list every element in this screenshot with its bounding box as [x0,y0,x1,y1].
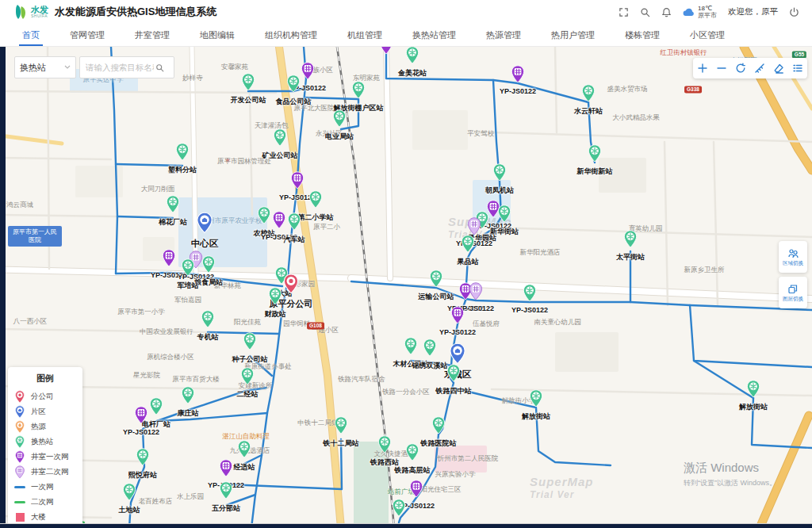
legend-item: 井室一次网 [14,450,76,465]
legend-line-icon [14,501,25,503]
station-pin-icon [393,499,406,520]
marker-label: YP-JS0122 [439,328,476,336]
nav-tab-6[interactable]: 机组管理 [347,24,382,46]
chevron-down-icon [64,65,71,70]
marker-label: 第二小学站 [298,212,334,223]
legend-building-icon [14,513,25,522]
legend-title: 图例 [14,373,76,385]
basemap-label: 鸿云商城 [6,201,33,210]
clear-icon[interactable] [773,63,784,74]
zoom-in-icon[interactable] [697,63,708,74]
search-input[interactable] [84,62,155,73]
nav-tab-8[interactable]: 热源管理 [486,24,521,46]
zoom-out-icon[interactable] [716,63,727,74]
station-pin-icon [288,212,301,234]
well1-pin-icon [301,62,315,83]
well1-pin-icon [410,480,423,501]
basemap-label: 盛美水贸市场 [607,85,648,94]
basemap-label: 阳光佳苑 [234,318,261,327]
marker-label: 水云轩站 [574,106,603,117]
station-pin-icon [220,481,233,503]
map-area-block [412,110,468,150]
people-icon [787,247,799,259]
station-pin-icon [242,73,255,94]
map-area-block [555,332,619,372]
station-pin-icon [406,47,419,67]
branch-pin-icon [284,274,299,297]
station-pin-icon [243,332,257,354]
basemap-label: 忻州市第二人民医院 [438,454,499,464]
station-pin-icon [182,386,195,407]
weather-widget: 18℃ 原平市 [683,5,717,19]
map-legend: 图例 分公司片区热源换热站井室一次网井室二次网一次网二次网大楼 [8,367,82,528]
well1-pin-icon [380,47,393,58]
reset-icon[interactable] [735,63,746,74]
station-pin-icon [150,397,163,419]
station-pin-icon [269,287,282,308]
nav-tab-3[interactable]: 井室管理 [135,24,170,46]
nav-tab-1[interactable]: 首页 [22,24,40,46]
station-pin-icon [333,109,347,131]
map-side-button-2[interactable]: 图层切换 [779,277,807,308]
legend-label: 换热站 [31,437,54,447]
marker-label: 种子公司站 [232,354,268,365]
legend-item: 热源 [14,419,76,434]
legend-label: 大楼 [31,512,46,522]
station-pin-icon [309,190,323,212]
nav-tab-10[interactable]: 楼栋管理 [625,24,660,46]
legend-label: 井室一次网 [31,452,69,462]
basemap-label: 阳光住宅三区 [421,485,462,495]
nav-tab-2[interactable]: 管网管理 [70,24,105,46]
welcome-text: 欢迎您，原平 [728,6,778,17]
map-canvas[interactable]: 换热站 图例 分公司片区热源换热站井室一次网井室二次网一次网二次网大楼 激活 W… [0,47,812,528]
marker-label: 太平街站 [616,252,645,262]
basemap-label: 星光影院 [133,371,160,381]
search-icon[interactable] [155,63,164,72]
fullscreen-icon[interactable] [619,7,629,17]
station-pin-icon [430,270,443,291]
measure-icon[interactable] [754,63,765,74]
legend-label: 分公司 [31,392,54,402]
legend-well1-pin-icon [14,450,25,464]
legend-item: 二次网 [14,495,76,510]
station-pin-icon [523,284,537,305]
marker-label: 果品站 [458,257,479,267]
basemap-label: 新华阳光酒店 [520,248,561,258]
logout-icon[interactable] [789,7,799,17]
marker-label: 熙悦府站 [128,470,157,480]
basemap-label: 园华饲料 [283,319,310,329]
station-pin-icon [352,81,366,102]
marker-label: 中心区 [191,238,219,250]
station-pin-icon [588,144,602,166]
marker-label: 解放街站 [522,411,550,422]
weather-city: 原平市 [698,12,717,19]
search-category-select[interactable]: 换热站 [14,56,76,78]
nav-tab-4[interactable]: 地图编辑 [200,24,235,46]
search-input-wrap [79,56,174,78]
marker-label: 解放街站 [739,402,768,412]
map-toolbar [693,58,807,78]
marker-label: 专机站 [197,332,219,342]
bell-icon[interactable] [661,7,672,17]
nav-tab-5[interactable]: 组织机构管理 [265,24,317,46]
map-side-button-1[interactable]: 区域切换 [779,241,807,273]
search-icon[interactable] [640,7,650,17]
logo-subtext: SHUIFA [31,14,48,18]
layer-list-icon[interactable] [792,63,803,74]
marker-label: 朝凤机站 [485,186,514,196]
well1-pin-icon [511,65,525,86]
map-search-control: 换热站 [14,56,174,78]
station-pin-icon [238,440,251,461]
nav-tab-7[interactable]: 换热站管理 [412,24,456,46]
nav-tab-9[interactable]: 热用户管理 [551,24,595,46]
legend-item: 换热站 [14,434,76,450]
shuifa-logo-icon [14,4,27,20]
app-header: 水发 SHUIFA 水发能源盾安供热GIS地理信息系统 18℃ 原平市 欢迎您，… [0,0,812,24]
station-pin-icon [624,230,638,251]
station-pin-icon [335,416,348,438]
legend-station-pin-icon [14,435,25,449]
station-pin-icon [447,364,461,385]
bottom-edge-strip [0,524,812,528]
nav-tab-11[interactable]: 小区管理 [690,24,725,46]
marker-label: 财政站 [265,309,286,319]
